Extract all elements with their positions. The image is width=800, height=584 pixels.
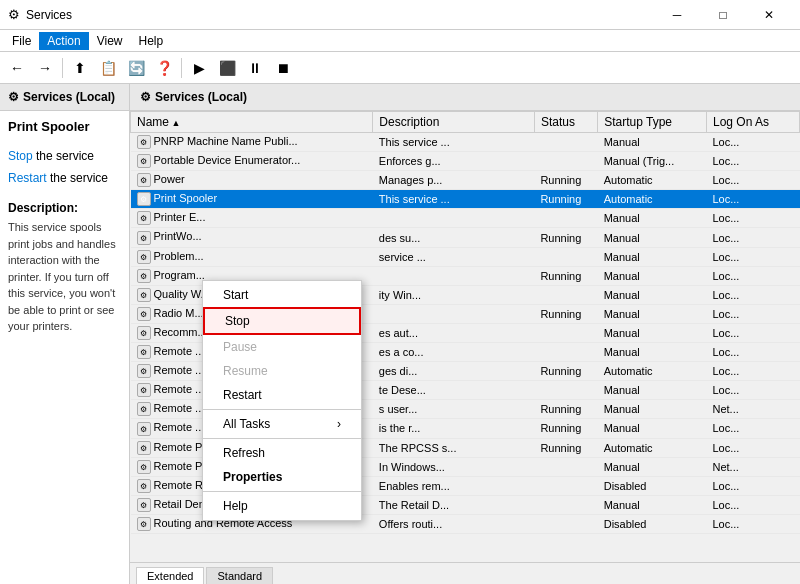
table-row[interactable]: ⚙Printer E...ManualLoc...	[131, 209, 800, 228]
table-row[interactable]: ⚙PowerManages p...RunningAutomaticLoc...	[131, 171, 800, 190]
cell-logon: Loc...	[707, 304, 800, 323]
cell-logon: Loc...	[707, 285, 800, 304]
cell-description: Enforces g...	[373, 152, 535, 171]
start-service-button[interactable]: ▶	[186, 56, 212, 80]
restart-service-button[interactable]: ⏹	[270, 56, 296, 80]
cell-logon: Net...	[707, 457, 800, 476]
cell-name: ⚙Problem...	[131, 247, 373, 266]
stop-service-button[interactable]: ⬛	[214, 56, 240, 80]
cell-startup: Manual	[598, 133, 707, 152]
title-bar-left: ⚙ Services	[8, 7, 72, 22]
title-bar-controls: ─ □ ✕	[654, 0, 792, 30]
table-row[interactable]: ⚙PrintWo...des su...RunningManualLoc...	[131, 228, 800, 247]
cell-status	[534, 381, 597, 400]
cell-description: This service ...	[373, 190, 535, 209]
col-status[interactable]: Status	[534, 112, 597, 133]
cell-description: This service ...	[373, 133, 535, 152]
table-row[interactable]: ⚙Portable Device Enumerator...Enforces g…	[131, 152, 800, 171]
cell-description: es aut...	[373, 323, 535, 342]
context-menu-item-stop[interactable]: Stop	[203, 307, 361, 335]
cell-description: s user...	[373, 400, 535, 419]
context-menu-label: Help	[223, 499, 248, 513]
cell-description	[373, 304, 535, 323]
cell-description: des su...	[373, 228, 535, 247]
refresh-button[interactable]: 🔄	[123, 56, 149, 80]
cell-status: Running	[534, 400, 597, 419]
cell-status: Running	[534, 266, 597, 285]
cell-status	[534, 323, 597, 342]
left-panel: ⚙ Services (Local) Print Spooler Stop th…	[0, 84, 130, 584]
menu-view[interactable]: View	[89, 32, 131, 50]
left-panel-title: Services (Local)	[23, 90, 115, 104]
cell-logon: Loc...	[707, 323, 800, 342]
context-menu-separator	[203, 491, 361, 492]
cell-status	[534, 495, 597, 514]
app-icon: ⚙	[8, 7, 20, 22]
services-header: ⚙ Services (Local)	[130, 84, 800, 111]
cell-description	[373, 209, 535, 228]
stop-text: the service	[33, 149, 94, 163]
services-header-icon: ⚙	[140, 90, 151, 104]
cell-name: ⚙Print Spooler	[131, 190, 373, 209]
close-button[interactable]: ✕	[746, 0, 792, 30]
tab-extended[interactable]: Extended	[136, 567, 204, 584]
menu-help[interactable]: Help	[131, 32, 172, 50]
stop-link[interactable]: Stop	[8, 149, 33, 163]
cell-startup: Manual (Trig...	[598, 152, 707, 171]
forward-button[interactable]: →	[32, 56, 58, 80]
show-hide-button[interactable]: 📋	[95, 56, 121, 80]
context-menu-separator	[203, 409, 361, 410]
col-description[interactable]: Description	[373, 112, 535, 133]
col-logon[interactable]: Log On As	[707, 112, 800, 133]
context-menu-label: Start	[223, 288, 248, 302]
cell-logon: Loc...	[707, 514, 800, 533]
cell-name: ⚙Portable Device Enumerator...	[131, 152, 373, 171]
context-menu-label: Stop	[225, 314, 250, 328]
cell-status	[534, 133, 597, 152]
menu-action[interactable]: Action	[39, 32, 88, 50]
table-row[interactable]: ⚙PNRP Machine Name Publi...This service …	[131, 133, 800, 152]
cell-logon: Loc...	[707, 438, 800, 457]
cell-name: ⚙PNRP Machine Name Publi...	[131, 133, 373, 152]
toolbar-separator-2	[181, 58, 182, 78]
context-menu-label: All Tasks	[223, 417, 270, 431]
back-button[interactable]: ←	[4, 56, 30, 80]
context-menu-item-help[interactable]: Help	[203, 494, 361, 518]
restart-text: the service	[47, 171, 108, 185]
cell-logon: Loc...	[707, 152, 800, 171]
tab-bar: Extended Standard	[130, 562, 800, 584]
context-menu-item-resume: Resume	[203, 359, 361, 383]
pause-service-button[interactable]: ⏸	[242, 56, 268, 80]
description-section: Description: This service spools print j…	[0, 193, 129, 343]
cell-description: The RPCSS s...	[373, 438, 535, 457]
col-name[interactable]: Name	[131, 112, 373, 133]
cell-description: ity Win...	[373, 285, 535, 304]
minimize-button[interactable]: ─	[654, 0, 700, 30]
cell-description: Enables rem...	[373, 476, 535, 495]
context-menu-item-restart[interactable]: Restart	[203, 383, 361, 407]
cell-status: Running	[534, 362, 597, 381]
context-menu-label: Pause	[223, 340, 257, 354]
context-menu-item-start[interactable]: Start	[203, 283, 361, 307]
help-button[interactable]: ❓	[151, 56, 177, 80]
stop-action-line: Stop the service	[8, 146, 121, 168]
cell-startup: Manual	[598, 304, 707, 323]
cell-logon: Loc...	[707, 228, 800, 247]
restart-link[interactable]: Restart	[8, 171, 47, 185]
tab-standard[interactable]: Standard	[206, 567, 273, 584]
table-row[interactable]: ⚙Problem...service ...ManualLoc...	[131, 247, 800, 266]
cell-logon: Loc...	[707, 419, 800, 438]
cell-logon: Loc...	[707, 171, 800, 190]
cell-startup: Disabled	[598, 476, 707, 495]
up-button[interactable]: ⬆	[67, 56, 93, 80]
table-row[interactable]: ⚙Print SpoolerThis service ...RunningAut…	[131, 190, 800, 209]
context-menu-item-all-tasks[interactable]: All Tasks›	[203, 412, 361, 436]
maximize-button[interactable]: □	[700, 0, 746, 30]
col-startup-type[interactable]: Startup Type	[598, 112, 707, 133]
context-menu-item-refresh[interactable]: Refresh	[203, 441, 361, 465]
cell-description: Manages p...	[373, 171, 535, 190]
context-menu-item-properties[interactable]: Properties	[203, 465, 361, 489]
menu-file[interactable]: File	[4, 32, 39, 50]
context-menu: StartStopPauseResumeRestartAll Tasks›Ref…	[202, 280, 362, 521]
cell-startup: Manual	[598, 343, 707, 362]
